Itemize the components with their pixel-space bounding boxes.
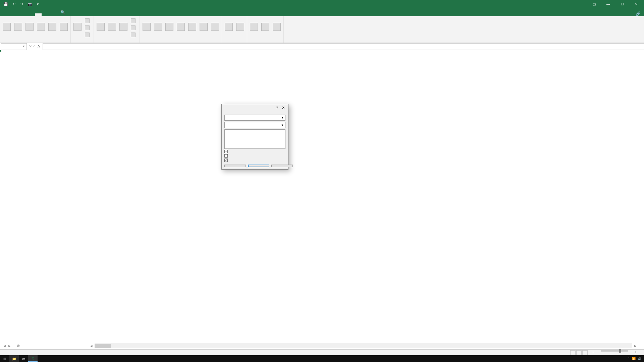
minimize-icon[interactable]: — [603, 1, 613, 7]
share-button[interactable]: 🔗 [636, 11, 641, 16]
tab-datei[interactable] [1, 13, 8, 16]
page-break-checkbox[interactable] [224, 154, 285, 158]
relationships-button[interactable] [198, 17, 209, 38]
accept-formula-icon: ✓ [33, 44, 36, 49]
title-bar: 💾 ↶ ↷ 📷 ▾ ▢ — ☐ ✕ [0, 0, 644, 8]
filter-button[interactable] [118, 17, 129, 38]
name-box[interactable]: ▼ [1, 43, 27, 50]
maximize-icon[interactable]: ☐ [617, 1, 627, 7]
tab-ueberpruefen[interactable] [42, 13, 48, 16]
subtotal-button[interactable] [271, 17, 282, 38]
recent-sources-button[interactable] [47, 17, 58, 38]
group-label-data-tools [141, 41, 220, 42]
dialog-close-icon[interactable]: ✕ [280, 106, 286, 110]
group-button[interactable] [249, 17, 259, 38]
reapply-button [129, 24, 138, 31]
group-label-get-transform [1, 41, 69, 42]
sort-button[interactable] [107, 17, 117, 38]
refresh-all-button[interactable] [72, 17, 83, 38]
replace-subtotals-checkbox[interactable]: ✓ [224, 150, 285, 153]
tab-formeln[interactable] [28, 13, 35, 16]
consolidate-button[interactable] [187, 17, 198, 38]
ribbon-body [0, 16, 644, 43]
fx-icon[interactable]: fx [38, 45, 41, 49]
properties-button [84, 24, 92, 31]
existing-connections-button[interactable] [58, 17, 69, 38]
tab-einfuegen[interactable] [15, 13, 21, 16]
cancel-formula-icon: ✕ [29, 44, 32, 49]
from-table-button[interactable] [36, 17, 46, 38]
camera-icon[interactable]: 📷 [27, 1, 33, 7]
redo-icon[interactable]: ↷ [19, 1, 25, 7]
search-box[interactable]: 🔍 [58, 9, 69, 16]
tab-seitenlayout[interactable] [21, 13, 28, 16]
dialog-help-icon[interactable]: ? [274, 106, 280, 110]
ribbon-options-icon[interactable]: ▢ [589, 1, 599, 7]
use-function-select[interactable]: ▼ [224, 122, 285, 128]
text-to-columns-button[interactable] [141, 17, 152, 38]
ungroup-button[interactable] [260, 17, 271, 38]
close-icon[interactable]: ✕ [631, 1, 641, 7]
cancel-button[interactable] [271, 165, 293, 167]
forecast-sheet-button[interactable] [235, 17, 246, 38]
get-data-button[interactable] [1, 17, 12, 38]
clear-filter-button [129, 17, 138, 24]
group-label-sort-filter [95, 41, 138, 42]
ok-button[interactable] [248, 165, 269, 167]
queries-connections-button[interactable] [84, 17, 92, 24]
advanced-filter-button[interactable] [129, 32, 138, 38]
ribbon-tabs: 🔍 🔗 [0, 8, 644, 16]
flash-fill-button[interactable] [153, 17, 163, 38]
group-label-outline [249, 41, 282, 42]
search-icon: 🔍 [60, 10, 65, 15]
tab-daten[interactable] [35, 13, 42, 16]
data-model-button[interactable] [210, 17, 220, 38]
remove-all-button[interactable] [224, 165, 246, 167]
from-text-csv-button[interactable] [13, 17, 23, 38]
data-validation-button[interactable] [175, 17, 186, 38]
spreadsheet-grid[interactable] [0, 50, 644, 285]
subtotal-dialog: ? ✕ ▼ ▼ ✓ ✓ [221, 104, 288, 170]
sort-az-button[interactable] [95, 17, 106, 38]
save-icon[interactable]: 💾 [3, 1, 9, 7]
formula-input[interactable] [43, 43, 644, 50]
group-by-select[interactable]: ▼ [224, 115, 285, 121]
group-label-forecast [223, 41, 246, 42]
group-label-queries [72, 41, 92, 42]
what-if-button[interactable] [223, 17, 234, 38]
summary-below-checkbox[interactable]: ✓ [224, 159, 285, 162]
subtotal-fields-list[interactable] [224, 129, 285, 149]
qat-more-icon[interactable]: ▾ [35, 1, 41, 7]
formula-bar: ▼ ✕ ✓ fx [0, 43, 644, 50]
edit-links-button [84, 32, 92, 38]
from-web-button[interactable] [24, 17, 35, 38]
tab-start[interactable] [8, 13, 15, 16]
tab-ansicht[interactable] [48, 13, 55, 16]
undo-icon[interactable]: ↶ [11, 1, 17, 7]
remove-duplicates-button[interactable] [164, 17, 175, 38]
